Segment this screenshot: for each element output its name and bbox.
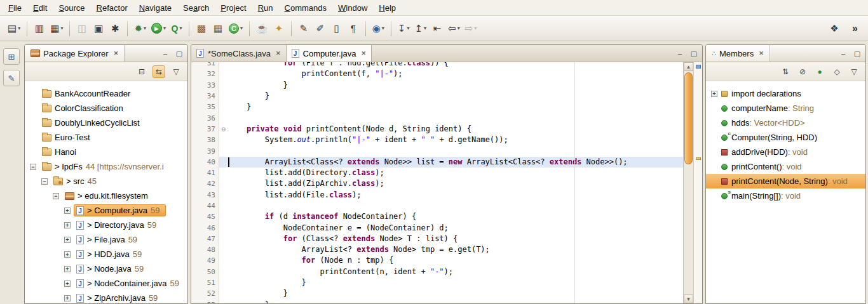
tree-item-file-java[interactable]: +J> File.java 59 [25,232,187,247]
restore-view-button[interactable]: ⊞ [3,48,20,65]
code-line-38[interactable]: 38 System.out.println("|-" + ident + " "… [191,135,683,145]
hide-static-members-button[interactable]: ⊘ [796,65,809,78]
new-class-button[interactable]: C▾ [227,20,245,37]
members-view-tab[interactable]: ∴ Members ✕ [706,45,770,62]
code-line-31[interactable]: 31 for (File f : hdd.get(File.class)) { [191,62,683,69]
member-import-declarations[interactable]: +import declarations [706,86,865,101]
dropdown-arrow-icon[interactable]: ▾ [240,25,243,31]
show-whitespace-button[interactable]: ¶ [346,20,361,37]
menu-file[interactable]: File [3,1,27,15]
package-explorer-view-tab[interactable]: Package Explorer ✕ [25,45,125,62]
tree-item-euro-test[interactable]: Euro-Test [25,130,187,145]
close-icon[interactable]: ✕ [759,50,764,56]
code-line-36[interactable]: 36 [191,112,683,123]
code-line-40[interactable]: 40 ArrayList<Class<? extends Node>> list… [191,157,683,168]
code-line-50[interactable]: 50 printContent(n, ident + "-"); [191,267,683,277]
view-menu-button[interactable]: ▽ [170,65,182,78]
new-java-project-button[interactable]: ▩ [194,20,209,37]
menu-project[interactable]: Project [215,1,252,15]
sort-members-button[interactable]: ⇅ [779,65,792,78]
overview-ruler[interactable] [693,62,702,303]
new-wizard-button[interactable]: ▤▾ [6,20,22,37]
menu-run[interactable]: Run [252,1,279,15]
close-icon[interactable]: ✕ [114,50,119,56]
hide-fields-button[interactable]: ● [813,65,826,78]
tree-item-hanoi[interactable]: Hanoi [25,145,187,159]
open-jar-button[interactable]: ☕ [254,20,270,37]
expand-icon[interactable]: + [64,237,71,243]
code-line-46[interactable]: 46 NodeContainer e = (NodeContainer) d; [191,222,683,233]
tree-item-ipdfs[interactable]: −> IpdFs 44 [https://svnserver.i [25,159,187,174]
close-icon[interactable]: ✕ [361,50,366,56]
code-line-45[interactable]: 45 if (d instanceof NodeContainer) { [191,211,683,222]
maximize-button[interactable]: ▢ [853,50,862,58]
menu-navigate[interactable]: Navigate [133,1,177,15]
collapse-icon[interactable]: − [41,178,48,185]
tree-item-ziparchiv-java[interactable]: +J> ZipArchiv.java 59 [25,291,187,303]
tree-item-src[interactable]: −> src 45 [25,174,187,188]
new-element-menu-button[interactable]: ▦▾ [48,20,65,37]
menu-refactor[interactable]: Refactor [91,1,133,15]
tree-item-nodecontainer-java[interactable]: +J> NodeContainer.java 59 [25,276,187,291]
scroll-down-icon[interactable]: ▼ [684,294,693,303]
code-line-53[interactable]: 53 } [191,300,683,303]
tree-item-edu-kit-filesystem[interactable]: −> edu.kit.filesystem [25,188,187,203]
tree-item-computer-java[interactable]: +J> Computer.java 59 [25,203,187,218]
toolbar-overflow-button[interactable]: » [852,23,858,34]
expand-icon[interactable]: + [64,251,71,258]
code-line-34[interactable]: 34 } [191,91,683,102]
dropdown-arrow-icon[interactable]: ▾ [474,25,477,31]
show-selected-element-button[interactable]: ▯ [329,20,344,37]
maximize-button[interactable]: ▢ [175,50,184,58]
dropdown-arrow-icon[interactable]: ▾ [60,25,63,31]
code-line-52[interactable]: 52 } [191,288,683,299]
menu-search[interactable]: Search [177,1,215,15]
editor-tab-someclass-java[interactable]: J*SomeClass.java✕ [191,45,287,62]
menu-window[interactable]: Window [332,1,373,15]
scroll-up-icon[interactable]: ▲ [684,62,693,71]
code-area[interactable]: 31 for (File f : hdd.get(File.class)) {3… [191,62,683,303]
code-line-39[interactable]: 39 [191,145,683,156]
back-button[interactable]: ⇦▾ [446,20,462,37]
tree-item-colorclassification[interactable]: ColorClassification [25,101,187,116]
build-all-button[interactable]: ✱ [107,20,123,37]
debug-button[interactable]: ✹▾ [132,20,148,37]
forward-button[interactable]: ⇨▾ [463,20,479,37]
tree-item-hdd-java[interactable]: +J> HDD.java 59 [25,247,187,261]
member-printcontent-node-string[interactable]: printContent(Node, String) : void [706,174,865,188]
code-line-44[interactable]: 44 [191,201,683,211]
cursor-position-marker[interactable] [696,157,701,160]
mark-occurrences-button[interactable]: ✎ [296,20,311,37]
minimized-view-button[interactable]: ✎ [3,70,20,86]
previous-annotation-button[interactable]: ↥▾ [412,20,428,37]
expand-icon[interactable]: + [64,281,71,287]
view-menu-button[interactable]: ▽ [848,65,860,78]
expand-icon[interactable]: + [711,91,717,97]
minimize-button[interactable]: – [675,50,684,57]
tree-item-bankaccountreader[interactable]: BankAccountReader [25,86,187,101]
next-annotation-button[interactable]: ↧▾ [396,20,412,37]
code-line-35[interactable]: 35 } [191,102,683,112]
editor-vertical-scrollbar[interactable]: ▲ ▼ [683,62,693,303]
menu-edit[interactable]: Edit [27,1,53,15]
expand-icon[interactable]: + [64,222,71,228]
menu-commands[interactable]: Commands [279,1,332,15]
menu-source[interactable]: Source [53,1,90,15]
collapse-all-button[interactable]: ⊟ [135,65,148,78]
new-folder-button[interactable]: ▥ [32,20,47,37]
code-line-33[interactable]: 33 } [191,80,683,91]
close-icon[interactable]: ✕ [276,50,281,56]
dropdown-arrow-icon[interactable]: ▾ [458,25,460,31]
member-printcontent[interactable]: printContent() : void [706,159,865,174]
dropdown-arrow-icon[interactable]: ▾ [18,25,20,31]
hide-non-public-button[interactable]: ◇ [831,65,843,78]
code-line-51[interactable]: 51 } [191,277,683,288]
run-button[interactable]: ▶▾ [149,20,168,37]
expand-icon[interactable]: + [64,295,71,301]
search-button[interactable]: ✦ [271,20,287,37]
editor-tab-computer-java[interactable]: JComputer.java✕ [287,45,372,62]
minimize-button[interactable]: – [839,50,848,57]
code-line-43[interactable]: 43 list.add(File.class); [191,190,683,201]
fold-collapse-icon[interactable]: ⊖ [219,124,228,135]
tree-item-directory-java[interactable]: +J> Directory.java 59 [25,218,187,232]
